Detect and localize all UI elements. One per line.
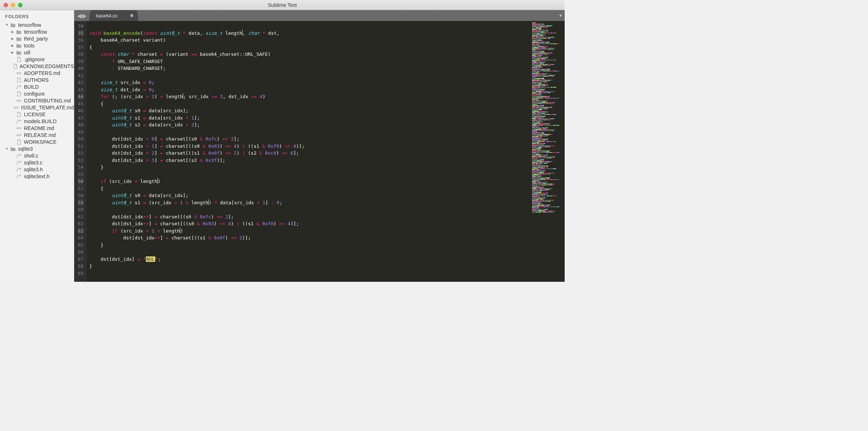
line-number[interactable]: 61	[78, 213, 84, 221]
tab-overflow-button[interactable]: ▼	[557, 10, 565, 21]
file-row[interactable]: .gitignore	[0, 56, 74, 63]
code-line[interactable]: uint8_t s2 = data[src_idx + 2];	[89, 121, 531, 129]
code-line[interactable]: if (src_idx < length)	[89, 178, 531, 185]
line-number[interactable]: 54	[78, 164, 84, 171]
line-number[interactable]: 60	[78, 206, 84, 213]
disclosure-down-icon[interactable]: ▼	[5, 147, 9, 151]
line-number-gutter[interactable]: 3435363738394041424344454647484950515253…	[74, 21, 87, 282]
line-number[interactable]: 69	[78, 270, 84, 277]
line-number[interactable]: 58	[78, 192, 84, 199]
folder-row[interactable]: ▶ tensorflow	[0, 28, 74, 35]
code-line[interactable]: }	[89, 164, 531, 171]
code-line[interactable]: uint8_t s0 = data[src_idx];	[89, 192, 531, 199]
minimap[interactable]	[531, 21, 565, 282]
file-row[interactable]: <> ISSUE_TEMPLATE.md	[0, 104, 74, 111]
disclosure-right-icon[interactable]: ▶	[11, 37, 14, 41]
code-line[interactable]: if (src_idx + 1 < length)	[89, 227, 531, 235]
line-number[interactable]: 63	[78, 227, 84, 235]
disclosure-down-icon[interactable]: ▼	[5, 23, 9, 27]
folder-row[interactable]: ▼ sqlite3	[0, 145, 74, 152]
line-number[interactable]: 52	[78, 150, 84, 157]
file-row[interactable]: /* sqlite3ext.h	[0, 173, 74, 180]
line-number[interactable]: 44	[78, 93, 84, 100]
code-line[interactable]: ? URL_SAFE_CHARSET	[89, 58, 531, 65]
code-line[interactable]: {	[89, 185, 531, 192]
code-line[interactable]: : STANDARD_CHARSET;	[89, 65, 531, 72]
line-number[interactable]: 53	[78, 157, 84, 164]
line-number[interactable]: 47	[78, 114, 84, 122]
code-line[interactable]	[89, 72, 531, 79]
code-line[interactable]: {	[89, 100, 531, 108]
code-line[interactable]: base64_charset variant)	[89, 37, 531, 44]
file-row[interactable]: <> RELEASE.md	[0, 131, 74, 138]
code-line[interactable]: }	[89, 242, 531, 249]
nav-back-icon[interactable]: ◀	[77, 12, 81, 19]
tab-active[interactable]: base64.cc	[89, 10, 138, 21]
line-number[interactable]: 67	[78, 256, 84, 263]
file-row[interactable]: <> README.md	[0, 125, 74, 131]
code-line[interactable]	[89, 206, 531, 213]
code-line[interactable]: dst[dst_idx + 1] = charset[((s0 & 0x03) …	[89, 143, 531, 150]
file-row[interactable]: /* sqlite3.c	[0, 159, 74, 166]
code-line[interactable]: dst[dst_idx + 3] = charset[(s2 & 0x3f)];	[89, 157, 531, 164]
line-number[interactable]: 46	[78, 107, 84, 114]
minimize-window-button[interactable]	[11, 3, 15, 7]
code-line[interactable]: for (; (src_idx + 2) < length; src_idx +…	[89, 93, 531, 100]
code-line[interactable]: dst[dst_idx + 0] = charset[(s0 & 0xfc) >…	[89, 135, 531, 143]
code-line[interactable]: }	[89, 263, 531, 270]
line-number[interactable]: 34	[78, 22, 84, 30]
folder-row[interactable]: ▶ tools	[0, 42, 74, 49]
disclosure-right-icon[interactable]: ▶	[11, 50, 14, 54]
line-number[interactable]: 48	[78, 121, 84, 129]
nav-forward-icon[interactable]: ▶	[82, 12, 87, 19]
file-row[interactable]: configure	[0, 90, 74, 97]
file-row[interactable]: /* sqlite3.h	[0, 166, 74, 173]
line-number[interactable]: 51	[78, 143, 84, 150]
code-line[interactable]: void base64_encode(const uint8_t * data,…	[89, 30, 531, 37]
line-number[interactable]: 50	[78, 135, 84, 143]
code-line[interactable]	[89, 270, 531, 277]
disclosure-right-icon[interactable]: ▶	[11, 43, 14, 47]
line-number[interactable]: 65	[78, 242, 84, 249]
code-line[interactable]: dst[dst_idx++] = charset[((s1 & 0x0f) <<…	[89, 234, 531, 242]
code-line[interactable]: size_t src_idx = 0;	[89, 79, 531, 86]
file-row[interactable]: ACKNOWLEDGMENTS	[0, 63, 74, 70]
code-line[interactable]	[89, 171, 531, 178]
line-number[interactable]: 62	[78, 220, 84, 227]
code-line[interactable]: dst[dst_idx++] = charset[(s0 & 0xfc) >> …	[89, 213, 531, 221]
disclosure-right-icon[interactable]: ▶	[11, 30, 14, 34]
folder-row[interactable]: ▶ third_party	[0, 35, 74, 42]
line-number[interactable]: 64	[78, 234, 84, 242]
line-number[interactable]: 41	[78, 72, 84, 79]
code-line[interactable]	[89, 22, 531, 30]
code-line[interactable]: dst[dst_idx] = 'NUL';	[89, 256, 531, 263]
file-row[interactable]: WORKSPACE	[0, 138, 74, 145]
code-line[interactable]: uint8_t s0 = data[src_idx];	[89, 107, 531, 114]
zoom-window-button[interactable]	[18, 3, 22, 7]
folder-row[interactable]: ▶ util	[0, 49, 74, 56]
line-number[interactable]: 43	[78, 86, 84, 93]
line-number[interactable]: 68	[78, 263, 84, 270]
line-number[interactable]: 57	[78, 185, 84, 192]
file-row[interactable]: <> ADOPTERS.md	[0, 70, 74, 76]
line-number[interactable]: 40	[78, 65, 84, 72]
line-number[interactable]: 49	[78, 129, 84, 136]
file-row[interactable]: /* models.BUILD	[0, 118, 74, 125]
code-line[interactable]: uint8_t s1 = (src_idx + 1 < length) ? da…	[89, 199, 531, 206]
code-line[interactable]: const char * charset = (variant == base6…	[89, 51, 531, 58]
code-line[interactable]: size_t dst_idx = 0;	[89, 86, 531, 93]
line-number[interactable]: 59	[78, 199, 84, 206]
folder-row[interactable]: ▼ tensorflow	[0, 21, 74, 28]
close-window-button[interactable]	[4, 3, 8, 7]
line-number[interactable]: 66	[78, 248, 84, 256]
line-number[interactable]: 39	[78, 58, 84, 65]
file-row[interactable]: <> CONTRIBUTING.md	[0, 97, 74, 104]
file-row[interactable]: /* shell.c	[0, 152, 74, 159]
line-number[interactable]: 56	[78, 178, 84, 185]
file-row[interactable]: LICENSE	[0, 111, 74, 118]
file-row[interactable]: /* BUILD	[0, 83, 74, 90]
line-number[interactable]: 45	[78, 100, 84, 108]
sidebar[interactable]: FOLDERS ▼ tensorflow▶ tensorflow▶ third_…	[0, 10, 74, 282]
line-number[interactable]: 42	[78, 79, 84, 86]
code-line[interactable]: {	[89, 44, 531, 51]
